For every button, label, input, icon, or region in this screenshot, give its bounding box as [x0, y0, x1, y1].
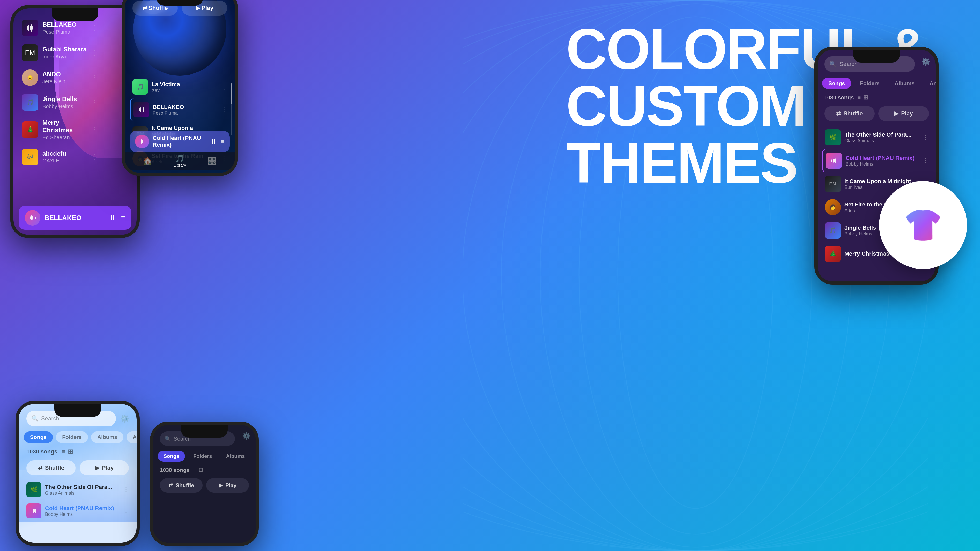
track-info: Cold Heart (PNAU Remix) Bobby Helms	[845, 155, 919, 167]
track-art: 🌿	[26, 482, 41, 497]
tshirt-icon: 👕	[904, 207, 942, 244]
tab-artists[interactable]: Artists	[253, 451, 256, 462]
track-more-icon[interactable]: ⋮	[92, 99, 98, 107]
track-art: 😊	[22, 69, 38, 86]
track-info: Jingle Bells Bobby Helms	[43, 96, 88, 110]
track-more-icon[interactable]: ⋮	[92, 74, 98, 82]
track-more-icon[interactable]: ⋮	[221, 106, 227, 113]
list-item[interactable]: 🌿 The Other Side Of Para... Glass Animal…	[822, 126, 931, 149]
list-item[interactable]: Cold Heart (PNAU Remix) Bobby Helms ⋮	[24, 500, 131, 522]
song-count: 1030 songs ≡ ⊞	[824, 94, 868, 101]
sort-list-icon[interactable]: ≡	[193, 467, 196, 473]
scroll-fill	[231, 83, 232, 104]
tab-songs[interactable]: Songs	[24, 432, 53, 443]
track-info: BELLAKEO Peso Pluma	[43, 21, 88, 35]
search-icon: 🔍	[829, 61, 837, 67]
list-item[interactable]: 🎄 Merry Christmas Ed Sheeran ⋮	[19, 115, 102, 144]
list-item[interactable]: EM Gulabi Sharara Inder Arya ⋮	[19, 41, 102, 65]
pause-button[interactable]: ⏸	[211, 138, 217, 145]
library-icon: 🎵	[175, 154, 184, 163]
track-more-icon[interactable]: ⋮	[123, 486, 129, 493]
nav-equalizer[interactable]: 🎛️	[207, 157, 216, 165]
tab-folders[interactable]: Folders	[56, 432, 88, 443]
list-item[interactable]: 🌿 The Other Side Of Para... Glass Animal…	[24, 479, 131, 500]
play-button[interactable]: ▶ Play	[80, 460, 129, 475]
list-item[interactable]: 🎵 La Victima Xavi ⋮	[130, 76, 230, 98]
shuffle-icon: ⇄	[836, 110, 841, 117]
track-more-icon[interactable]: ⋮	[92, 24, 98, 32]
track-info: La Victima Xavi	[152, 81, 217, 93]
now-playing-art	[25, 210, 40, 226]
play-button[interactable]: ▶ Play	[206, 478, 249, 492]
queue-button[interactable]: ≡	[121, 214, 125, 222]
phone2-notch	[156, 0, 203, 6]
tab-songs[interactable]: Songs	[822, 78, 851, 89]
list-item[interactable]: 🎵 Jingle Bells Bobby Helms ⋮	[130, 170, 230, 173]
list-item[interactable]: 🎵 Jingle Bells Bobby Helms ⋮	[19, 91, 102, 114]
track-more-icon[interactable]: ⋮	[92, 126, 98, 134]
search-icon: 🔍	[32, 415, 38, 422]
queue-button[interactable]: ≡	[221, 138, 224, 145]
phone4-screen: 🔍 Search ⚙️ Songs Folders Albums Artists…	[153, 425, 256, 543]
tab-artists[interactable]: Artists	[923, 78, 935, 89]
track-info: abcdefu GAYLE	[43, 150, 88, 164]
phone2-space-theme: ⇄ Shuffle ▶ Play 🎵 La Victima Xavi ⋮	[122, 0, 238, 176]
list-item[interactable]: 🎶 abcdefu GAYLE ⋮	[19, 145, 102, 169]
tab-albums[interactable]: Albums	[91, 432, 123, 443]
track-more-icon[interactable]: ⋮	[92, 153, 98, 161]
now-playing-art	[135, 135, 149, 148]
phone3-blue-theme: 🔍 Search ⚙️ Songs Folders Albums Artists…	[16, 401, 140, 546]
sort-icons: ≡ ⊞	[193, 467, 203, 473]
tab-folders[interactable]: Folders	[188, 451, 218, 462]
sort-list-icon[interactable]: ≡	[858, 94, 861, 101]
track-art: 🎵	[22, 94, 38, 111]
play-button[interactable]: ▶ Play	[878, 106, 929, 121]
tab-albums[interactable]: Albums	[888, 78, 921, 89]
phone2-screen: ⇄ Shuffle ▶ Play 🎵 La Victima Xavi ⋮	[125, 0, 235, 173]
sort-list-icon[interactable]: ≡	[62, 448, 65, 455]
track-more-icon[interactable]: ⋮	[923, 134, 928, 141]
list-item[interactable]: 😊 ANDO Jere Klein ⋮	[19, 66, 102, 89]
shuffle-play-row: ⇄ Shuffle ▶ Play	[26, 460, 129, 475]
track-art: 🌿	[825, 129, 841, 145]
phone1-dark-playlist: BELLAKEO Peso Pluma ⋮ EM Gulabi Sharara …	[10, 5, 140, 238]
settings-icon[interactable]: ⚙️	[118, 412, 131, 425]
phone4-dark-search: 🔍 Search ⚙️ Songs Folders Albums Artists…	[150, 422, 259, 546]
tab-songs[interactable]: Songs	[158, 451, 185, 462]
tab-folders[interactable]: Folders	[854, 78, 886, 89]
list-item[interactable]: Cold Heart (PNAU Remix) Bobby Helms ⋮	[822, 149, 931, 172]
nav-home[interactable]: 🏠	[143, 157, 152, 165]
track-art: 🎄	[825, 246, 841, 262]
sort-icons: ≡ ⊞	[858, 94, 868, 101]
track-info: Cold Heart (PNAU Remix) Bobby Helms	[45, 505, 119, 517]
shuffle-button[interactable]: ⇄ Shuffle	[160, 478, 202, 492]
tab-artists[interactable]: Artists	[127, 432, 137, 443]
sort-grid-icon[interactable]: ⊞	[199, 467, 203, 473]
track-more-icon[interactable]: ⋮	[123, 508, 129, 514]
home-icon: 🏠	[143, 157, 152, 165]
phone3-screen: 🔍 Search ⚙️ Songs Folders Albums Artists…	[19, 404, 137, 543]
track-more-icon[interactable]: ⋮	[221, 83, 227, 91]
shuffle-button[interactable]: ⇄ Shuffle	[824, 106, 875, 121]
shuffle-button[interactable]: ⇄ Shuffle	[26, 460, 76, 475]
sort-grid-icon[interactable]: ⊞	[68, 448, 73, 455]
song-count: 1030 songs ≡ ⊞	[26, 448, 73, 455]
sort-grid-icon[interactable]: ⊞	[863, 94, 868, 101]
pause-button[interactable]: ⏸	[109, 214, 116, 222]
track-more-icon[interactable]: ⋮	[923, 157, 928, 164]
phone3-notch	[54, 404, 101, 417]
track-art: 🎵	[825, 223, 841, 239]
list-item[interactable]: BELLAKEO Peso Pluma ⋮	[130, 98, 230, 121]
settings-icon[interactable]: ⚙️	[242, 432, 250, 440]
track-info: Merry Christmas Ed Sheeran	[43, 119, 88, 140]
settings-icon[interactable]: ⚙️	[921, 57, 930, 66]
nav-library[interactable]: 🎵 Library	[173, 154, 186, 168]
phone1-track-list: BELLAKEO Peso Pluma ⋮ EM Gulabi Sharara …	[19, 16, 102, 170]
tab-bar: Songs Folders Albums Artists	[822, 78, 935, 89]
track-art: 🎶	[22, 149, 38, 165]
shuffle-play-row: ⇄ Shuffle ▶ Play	[824, 106, 929, 121]
track-art: EM	[825, 176, 841, 192]
tab-albums[interactable]: Albums	[220, 451, 250, 462]
now-playing-title: BELLAKEO	[45, 214, 105, 222]
track-more-icon[interactable]: ⋮	[92, 49, 98, 57]
